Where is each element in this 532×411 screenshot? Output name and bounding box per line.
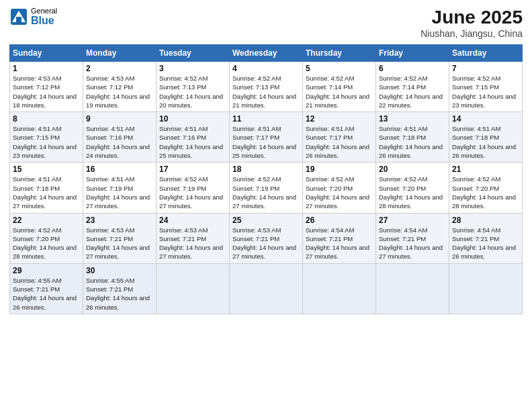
day-info: Sunrise: 4:52 AMSunset: 7:15 PMDaylight:… [452, 75, 516, 109]
title-block: June 2025 Niushan, Jiangsu, China [420, 7, 523, 39]
day-number: 15 [13, 165, 80, 174]
day-info: Sunrise: 4:51 AMSunset: 7:19 PMDaylight:… [86, 175, 150, 210]
day-number: 20 [379, 165, 446, 174]
day-number: 8 [13, 114, 80, 124]
day-info: Sunrise: 4:51 AMSunset: 7:16 PMDaylight:… [159, 125, 223, 159]
day-info: Sunrise: 4:53 AMSunset: 7:21 PMDaylight:… [86, 226, 150, 261]
day-number: 29 [13, 266, 80, 275]
table-row: 6 Sunrise: 4:52 AMSunset: 7:14 PMDayligh… [376, 62, 449, 112]
col-friday: Friday [376, 45, 449, 62]
table-row: 27 Sunrise: 4:54 AMSunset: 7:21 PMDaylig… [376, 213, 449, 263]
table-row: 2 Sunrise: 4:53 AMSunset: 7:12 PMDayligh… [83, 62, 157, 112]
day-info: Sunrise: 4:52 AMSunset: 7:13 PMDaylight:… [159, 75, 223, 109]
day-number: 21 [452, 165, 519, 174]
calendar-week-row: 8 Sunrise: 4:51 AMSunset: 7:15 PMDayligh… [10, 112, 523, 163]
day-info: Sunrise: 4:51 AMSunset: 7:18 PMDaylight:… [379, 125, 443, 159]
day-number: 1 [13, 64, 80, 73]
day-info: Sunrise: 4:53 AMSunset: 7:12 PMDaylight:… [13, 75, 77, 109]
day-number: 22 [13, 216, 80, 225]
day-number: 9 [86, 114, 153, 124]
logo-icon [9, 7, 28, 26]
day-info: Sunrise: 4:51 AMSunset: 7:15 PMDaylight:… [13, 125, 77, 159]
day-info: Sunrise: 4:52 AMSunset: 7:14 PMDaylight:… [306, 75, 369, 109]
day-number: 30 [86, 266, 153, 275]
table-row: 7 Sunrise: 4:52 AMSunset: 7:15 PMDayligh… [449, 62, 523, 112]
day-number: 18 [232, 165, 300, 174]
table-row: 19 Sunrise: 4:52 AMSunset: 7:20 PMDaylig… [303, 163, 376, 213]
day-number: 19 [306, 165, 373, 174]
table-row: 8 Sunrise: 4:51 AMSunset: 7:15 PMDayligh… [10, 112, 83, 163]
calendar-header-row: Sunday Monday Tuesday Wednesday Thursday… [10, 45, 523, 62]
table-row: 10 Sunrise: 4:51 AMSunset: 7:16 PMDaylig… [157, 112, 230, 163]
logo-text: General Blue [31, 7, 57, 27]
table-row: 5 Sunrise: 4:52 AMSunset: 7:14 PMDayligh… [303, 62, 376, 112]
day-number: 14 [452, 114, 519, 124]
table-row [376, 263, 449, 314]
table-row: 23 Sunrise: 4:53 AMSunset: 7:21 PMDaylig… [83, 213, 157, 263]
table-row: 15 Sunrise: 4:51 AMSunset: 7:18 PMDaylig… [10, 163, 83, 213]
day-info: Sunrise: 4:51 AMSunset: 7:18 PMDaylight:… [452, 125, 516, 159]
table-row: 17 Sunrise: 4:52 AMSunset: 7:19 PMDaylig… [157, 163, 230, 213]
day-info: Sunrise: 4:54 AMSunset: 7:21 PMDaylight:… [452, 226, 516, 261]
day-number: 17 [159, 165, 226, 174]
table-row: 14 Sunrise: 4:51 AMSunset: 7:18 PMDaylig… [449, 112, 523, 163]
col-sunday: Sunday [10, 45, 83, 62]
day-number: 2 [86, 64, 153, 73]
day-number: 27 [379, 216, 446, 225]
calendar-week-row: 22 Sunrise: 4:52 AMSunset: 7:20 PMDaylig… [10, 213, 523, 263]
day-info: Sunrise: 4:53 AMSunset: 7:21 PMDaylight:… [232, 226, 296, 261]
day-number: 16 [86, 165, 153, 174]
day-number: 28 [452, 216, 519, 225]
day-number: 24 [159, 216, 226, 225]
day-number: 26 [306, 216, 373, 225]
subtitle: Niushan, Jiangsu, China [420, 28, 523, 39]
table-row: 13 Sunrise: 4:51 AMSunset: 7:18 PMDaylig… [376, 112, 449, 163]
logo: General Blue [9, 7, 57, 27]
svg-rect-2 [16, 17, 21, 22]
day-number: 23 [86, 216, 153, 225]
table-row: 20 Sunrise: 4:52 AMSunset: 7:20 PMDaylig… [376, 163, 449, 213]
table-row: 18 Sunrise: 4:52 AMSunset: 7:19 PMDaylig… [230, 163, 303, 213]
page: General Blue June 2025 Niushan, Jiangsu,… [0, 0, 532, 411]
calendar: Sunday Monday Tuesday Wednesday Thursday… [9, 44, 523, 314]
day-info: Sunrise: 4:52 AMSunset: 7:13 PMDaylight:… [232, 75, 296, 109]
day-number: 5 [306, 64, 373, 73]
table-row: 16 Sunrise: 4:51 AMSunset: 7:19 PMDaylig… [83, 163, 157, 213]
col-saturday: Saturday [449, 45, 523, 62]
day-info: Sunrise: 4:53 AMSunset: 7:12 PMDaylight:… [86, 75, 150, 109]
main-title: June 2025 [420, 7, 523, 28]
day-info: Sunrise: 4:52 AMSunset: 7:14 PMDaylight:… [379, 75, 443, 109]
calendar-week-row: 1 Sunrise: 4:53 AMSunset: 7:12 PMDayligh… [10, 62, 523, 112]
day-number: 3 [159, 64, 226, 73]
table-row: 4 Sunrise: 4:52 AMSunset: 7:13 PMDayligh… [230, 62, 303, 112]
table-row: 11 Sunrise: 4:51 AMSunset: 7:17 PMDaylig… [230, 112, 303, 163]
day-info: Sunrise: 4:54 AMSunset: 7:21 PMDaylight:… [306, 226, 369, 261]
day-number: 4 [232, 64, 300, 73]
col-monday: Monday [83, 45, 157, 62]
logo-general: General [31, 7, 57, 15]
table-row: 3 Sunrise: 4:52 AMSunset: 7:13 PMDayligh… [157, 62, 230, 112]
day-info: Sunrise: 4:51 AMSunset: 7:18 PMDaylight:… [13, 175, 77, 210]
table-row: 30 Sunrise: 4:55 AMSunset: 7:21 PMDaylig… [83, 263, 157, 314]
day-info: Sunrise: 4:54 AMSunset: 7:21 PMDaylight:… [379, 226, 443, 261]
day-info: Sunrise: 4:51 AMSunset: 7:16 PMDaylight:… [86, 125, 150, 159]
col-thursday: Thursday [303, 45, 376, 62]
table-row: 12 Sunrise: 4:51 AMSunset: 7:17 PMDaylig… [303, 112, 376, 163]
day-number: 6 [379, 64, 446, 73]
day-info: Sunrise: 4:52 AMSunset: 7:20 PMDaylight:… [452, 175, 516, 210]
table-row [449, 263, 523, 314]
day-number: 25 [232, 216, 300, 225]
day-number: 10 [159, 114, 226, 124]
table-row: 28 Sunrise: 4:54 AMSunset: 7:21 PMDaylig… [449, 213, 523, 263]
day-info: Sunrise: 4:52 AMSunset: 7:19 PMDaylight:… [159, 175, 223, 210]
table-row [230, 263, 303, 314]
day-number: 13 [379, 114, 446, 124]
table-row: 21 Sunrise: 4:52 AMSunset: 7:20 PMDaylig… [449, 163, 523, 213]
table-row: 24 Sunrise: 4:53 AMSunset: 7:21 PMDaylig… [157, 213, 230, 263]
day-info: Sunrise: 4:51 AMSunset: 7:17 PMDaylight:… [232, 125, 296, 159]
day-info: Sunrise: 4:55 AMSunset: 7:21 PMDaylight:… [13, 277, 77, 311]
table-row: 1 Sunrise: 4:53 AMSunset: 7:12 PMDayligh… [10, 62, 83, 112]
table-row [157, 263, 230, 314]
day-info: Sunrise: 4:52 AMSunset: 7:20 PMDaylight:… [13, 226, 77, 261]
table-row: 9 Sunrise: 4:51 AMSunset: 7:16 PMDayligh… [83, 112, 157, 163]
